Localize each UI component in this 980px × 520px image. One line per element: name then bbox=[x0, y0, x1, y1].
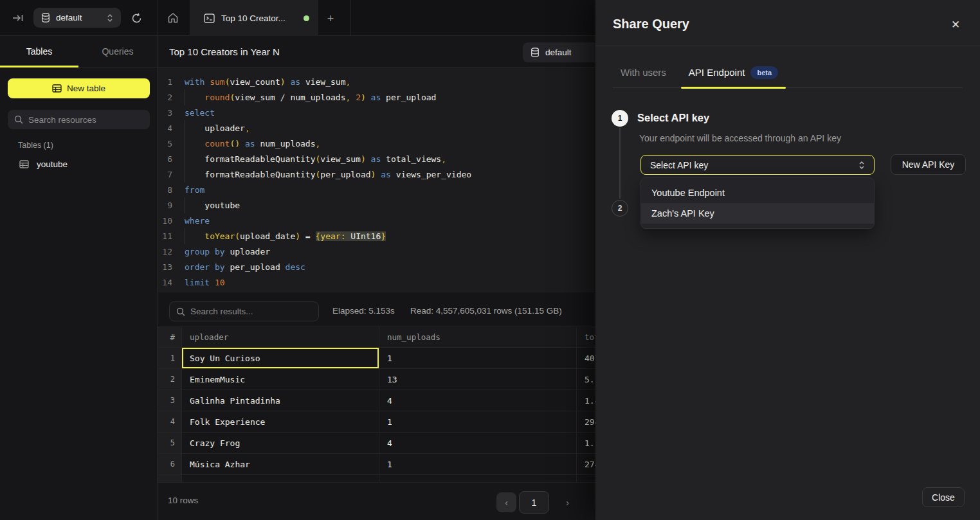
new-tab-icon[interactable]: + bbox=[325, 13, 336, 24]
query-tab-title: Top 10 Creator... bbox=[221, 13, 297, 23]
cell-uploader[interactable]: Crazy Frog bbox=[182, 433, 379, 453]
cell-num-uploads[interactable]: 4 bbox=[379, 433, 577, 453]
close-icon[interactable]: ✕ bbox=[949, 18, 962, 31]
line-number: 3 bbox=[158, 108, 172, 118]
tables-section-label: Tables (1) bbox=[18, 141, 53, 150]
sidebar-search-input[interactable] bbox=[28, 115, 143, 125]
line-number: 9 bbox=[158, 201, 172, 210]
col-header-num-uploads[interactable]: num_uploads bbox=[379, 327, 577, 347]
line-number: 11 bbox=[158, 231, 172, 241]
code-text: round(view_sum / num_uploads, 2) as per_… bbox=[185, 93, 436, 102]
unsaved-changes-dot bbox=[304, 15, 309, 21]
chevron-updown-icon bbox=[858, 161, 865, 170]
row-number: 4 bbox=[158, 411, 182, 432]
code-text: from bbox=[185, 185, 204, 195]
tab-queries[interactable]: Queries bbox=[78, 36, 157, 67]
api-key-option[interactable]: Zach's API Key bbox=[641, 203, 874, 224]
line-number: 4 bbox=[158, 123, 172, 133]
database-selector[interactable]: default bbox=[33, 8, 121, 28]
line-number: 14 bbox=[158, 278, 172, 287]
step-connector-line bbox=[619, 128, 621, 199]
code-text: with sum(view_count) as view_sum, bbox=[185, 77, 350, 87]
cell-num-uploads[interactable]: 13 bbox=[379, 369, 577, 390]
row-number: 3 bbox=[158, 390, 182, 411]
step-1-title: Select API key bbox=[637, 112, 709, 124]
database-icon bbox=[41, 13, 50, 22]
home-icon[interactable] bbox=[166, 12, 180, 24]
read-stats: Read: 4,557,605,031 rows (151.15 GB) bbox=[410, 306, 562, 316]
close-button[interactable]: Close bbox=[922, 487, 965, 507]
sidebar: Tables Queries New table Tables (1) yout… bbox=[0, 36, 158, 520]
share-query-modal: Share Query ✕ With users API Endpoint be… bbox=[595, 0, 980, 520]
api-key-dropdown-menu: Youtube EndpointZach's API Key bbox=[640, 177, 875, 229]
new-table-button[interactable]: New table bbox=[8, 78, 150, 98]
search-icon bbox=[176, 307, 185, 316]
cell-num-uploads[interactable]: 1 bbox=[379, 454, 577, 474]
new-api-key-button[interactable]: New API Key bbox=[891, 154, 966, 175]
code-text: toYear(upload_date) = {year: UInt16} bbox=[185, 231, 386, 241]
line-number: 7 bbox=[158, 170, 172, 179]
cell-uploader[interactable]: Galinha Pintadinha bbox=[182, 390, 379, 411]
line-number: 5 bbox=[158, 139, 172, 148]
col-header-uploader[interactable]: uploader bbox=[182, 327, 379, 347]
database-selector-label: default bbox=[56, 13, 101, 22]
modal-title: Share Query bbox=[613, 17, 689, 31]
cell-uploader[interactable]: Soy Un Curioso bbox=[182, 348, 379, 368]
collapse-sidebar-icon[interactable] bbox=[12, 12, 24, 24]
api-key-option[interactable]: Youtube Endpoint bbox=[641, 183, 874, 203]
next-page-button[interactable]: › bbox=[558, 492, 577, 512]
results-search-input[interactable] bbox=[190, 307, 312, 316]
tab-api-endpoint[interactable]: API Endpoint beta bbox=[681, 57, 786, 87]
run-database-label: default bbox=[545, 48, 572, 57]
line-number: 13 bbox=[158, 262, 172, 272]
tab-with-users-label: With users bbox=[621, 67, 666, 78]
modal-tabs: With users API Endpoint beta bbox=[613, 57, 963, 88]
topbar-divider bbox=[158, 0, 158, 36]
line-number: 2 bbox=[158, 93, 172, 102]
code-text: formatReadableQuantity(per_upload) as vi… bbox=[185, 170, 471, 179]
code-text: youtube bbox=[185, 201, 240, 210]
results-search bbox=[169, 301, 319, 321]
run-database-selector[interactable]: default bbox=[523, 42, 600, 62]
table-item-label: youtube bbox=[37, 159, 68, 169]
row-count: 10 rows bbox=[168, 496, 198, 505]
line-number: 8 bbox=[158, 185, 172, 195]
line-number: 1 bbox=[158, 77, 172, 87]
api-key-select[interactable]: Select API key bbox=[640, 155, 875, 175]
tab-api-endpoint-label: API Endpoint bbox=[689, 67, 745, 78]
cell-num-uploads[interactable]: 1 bbox=[379, 348, 577, 368]
code-text: where bbox=[185, 216, 210, 226]
beta-badge: beta bbox=[750, 66, 778, 79]
topbar-divider-2 bbox=[350, 0, 351, 36]
row-number: 1 bbox=[158, 348, 182, 368]
cell-uploader[interactable]: Música Azhar bbox=[182, 454, 379, 474]
step-1-indicator: 1 bbox=[612, 110, 628, 127]
row-number: 6 bbox=[158, 454, 182, 474]
code-text: count() as num_uploads, bbox=[185, 139, 320, 148]
code-text: limit 10 bbox=[185, 278, 225, 287]
table-icon bbox=[19, 160, 29, 168]
cell-num-uploads[interactable]: 4 bbox=[379, 390, 577, 411]
query-tab[interactable]: Top 10 Creator... bbox=[190, 0, 318, 36]
sidebar-item-youtube[interactable]: youtube bbox=[13, 155, 150, 173]
database-icon bbox=[531, 48, 540, 57]
code-text: formatReadableQuantity(view_sum) as tota… bbox=[185, 154, 446, 164]
cell-uploader[interactable]: EminemMusic bbox=[182, 369, 379, 390]
current-page[interactable]: 1 bbox=[519, 491, 549, 514]
col-header-index: # bbox=[158, 327, 182, 347]
step-2-indicator: 2 bbox=[612, 200, 628, 217]
cell-num-uploads[interactable]: 1 bbox=[379, 411, 577, 432]
row-number: 5 bbox=[158, 433, 182, 453]
cell-uploader[interactable]: Folk Experience bbox=[182, 411, 379, 432]
line-number: 6 bbox=[158, 154, 172, 164]
sidebar-search bbox=[8, 110, 150, 129]
tab-tables[interactable]: Tables bbox=[0, 36, 78, 67]
row-number: 2 bbox=[158, 369, 182, 390]
refresh-icon[interactable] bbox=[130, 12, 143, 24]
tab-with-users[interactable]: With users bbox=[613, 57, 674, 87]
api-key-select-value: Select API key bbox=[650, 160, 858, 170]
code-text: uploader, bbox=[185, 123, 250, 133]
prev-page-button[interactable]: ‹ bbox=[496, 492, 516, 512]
elapsed-time: Elapsed: 5.153s bbox=[332, 306, 395, 316]
code-text: order by per_upload desc bbox=[185, 262, 305, 272]
